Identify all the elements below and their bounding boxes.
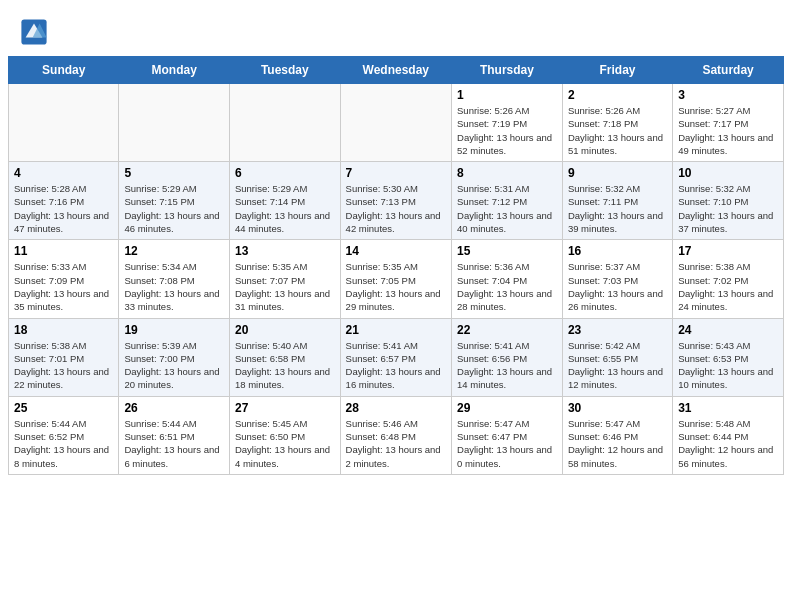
weekday-tuesday: Tuesday xyxy=(229,57,340,84)
day-detail: Sunrise: 5:33 AM Sunset: 7:09 PM Dayligh… xyxy=(14,260,113,313)
day-cell: 9Sunrise: 5:32 AM Sunset: 7:11 PM Daylig… xyxy=(562,162,672,240)
day-detail: Sunrise: 5:42 AM Sunset: 6:55 PM Dayligh… xyxy=(568,339,667,392)
day-cell: 21Sunrise: 5:41 AM Sunset: 6:57 PM Dayli… xyxy=(340,318,451,396)
day-cell: 27Sunrise: 5:45 AM Sunset: 6:50 PM Dayli… xyxy=(229,396,340,474)
day-number: 20 xyxy=(235,323,335,337)
day-number: 5 xyxy=(124,166,224,180)
day-number: 22 xyxy=(457,323,557,337)
day-detail: Sunrise: 5:36 AM Sunset: 7:04 PM Dayligh… xyxy=(457,260,557,313)
day-cell: 24Sunrise: 5:43 AM Sunset: 6:53 PM Dayli… xyxy=(673,318,784,396)
day-cell: 18Sunrise: 5:38 AM Sunset: 7:01 PM Dayli… xyxy=(9,318,119,396)
day-cell: 4Sunrise: 5:28 AM Sunset: 7:16 PM Daylig… xyxy=(9,162,119,240)
day-cell: 29Sunrise: 5:47 AM Sunset: 6:47 PM Dayli… xyxy=(452,396,563,474)
day-detail: Sunrise: 5:29 AM Sunset: 7:14 PM Dayligh… xyxy=(235,182,335,235)
weekday-monday: Monday xyxy=(119,57,230,84)
day-cell: 15Sunrise: 5:36 AM Sunset: 7:04 PM Dayli… xyxy=(452,240,563,318)
day-detail: Sunrise: 5:31 AM Sunset: 7:12 PM Dayligh… xyxy=(457,182,557,235)
day-detail: Sunrise: 5:48 AM Sunset: 6:44 PM Dayligh… xyxy=(678,417,778,470)
day-number: 2 xyxy=(568,88,667,102)
day-cell xyxy=(9,84,119,162)
day-detail: Sunrise: 5:28 AM Sunset: 7:16 PM Dayligh… xyxy=(14,182,113,235)
day-cell: 20Sunrise: 5:40 AM Sunset: 6:58 PM Dayli… xyxy=(229,318,340,396)
day-detail: Sunrise: 5:26 AM Sunset: 7:19 PM Dayligh… xyxy=(457,104,557,157)
day-cell: 10Sunrise: 5:32 AM Sunset: 7:10 PM Dayli… xyxy=(673,162,784,240)
day-number: 3 xyxy=(678,88,778,102)
day-detail: Sunrise: 5:47 AM Sunset: 6:47 PM Dayligh… xyxy=(457,417,557,470)
day-cell: 30Sunrise: 5:47 AM Sunset: 6:46 PM Dayli… xyxy=(562,396,672,474)
day-number: 28 xyxy=(346,401,446,415)
day-detail: Sunrise: 5:46 AM Sunset: 6:48 PM Dayligh… xyxy=(346,417,446,470)
week-row-3: 11Sunrise: 5:33 AM Sunset: 7:09 PM Dayli… xyxy=(9,240,784,318)
day-cell: 12Sunrise: 5:34 AM Sunset: 7:08 PM Dayli… xyxy=(119,240,230,318)
day-detail: Sunrise: 5:29 AM Sunset: 7:15 PM Dayligh… xyxy=(124,182,224,235)
day-cell: 28Sunrise: 5:46 AM Sunset: 6:48 PM Dayli… xyxy=(340,396,451,474)
day-cell: 11Sunrise: 5:33 AM Sunset: 7:09 PM Dayli… xyxy=(9,240,119,318)
day-cell: 16Sunrise: 5:37 AM Sunset: 7:03 PM Dayli… xyxy=(562,240,672,318)
day-number: 19 xyxy=(124,323,224,337)
day-detail: Sunrise: 5:41 AM Sunset: 6:57 PM Dayligh… xyxy=(346,339,446,392)
day-detail: Sunrise: 5:34 AM Sunset: 7:08 PM Dayligh… xyxy=(124,260,224,313)
calendar-body: 1Sunrise: 5:26 AM Sunset: 7:19 PM Daylig… xyxy=(9,84,784,475)
day-detail: Sunrise: 5:37 AM Sunset: 7:03 PM Dayligh… xyxy=(568,260,667,313)
day-cell: 8Sunrise: 5:31 AM Sunset: 7:12 PM Daylig… xyxy=(452,162,563,240)
day-number: 18 xyxy=(14,323,113,337)
day-number: 13 xyxy=(235,244,335,258)
week-row-2: 4Sunrise: 5:28 AM Sunset: 7:16 PM Daylig… xyxy=(9,162,784,240)
day-cell: 22Sunrise: 5:41 AM Sunset: 6:56 PM Dayli… xyxy=(452,318,563,396)
day-detail: Sunrise: 5:35 AM Sunset: 7:05 PM Dayligh… xyxy=(346,260,446,313)
day-cell: 19Sunrise: 5:39 AM Sunset: 7:00 PM Dayli… xyxy=(119,318,230,396)
week-row-5: 25Sunrise: 5:44 AM Sunset: 6:52 PM Dayli… xyxy=(9,396,784,474)
day-cell: 23Sunrise: 5:42 AM Sunset: 6:55 PM Dayli… xyxy=(562,318,672,396)
day-number: 10 xyxy=(678,166,778,180)
day-cell xyxy=(340,84,451,162)
weekday-sunday: Sunday xyxy=(9,57,119,84)
day-detail: Sunrise: 5:47 AM Sunset: 6:46 PM Dayligh… xyxy=(568,417,667,470)
week-row-1: 1Sunrise: 5:26 AM Sunset: 7:19 PM Daylig… xyxy=(9,84,784,162)
calendar-table: SundayMondayTuesdayWednesdayThursdayFrid… xyxy=(8,56,784,475)
day-cell: 7Sunrise: 5:30 AM Sunset: 7:13 PM Daylig… xyxy=(340,162,451,240)
day-number: 15 xyxy=(457,244,557,258)
day-number: 8 xyxy=(457,166,557,180)
day-detail: Sunrise: 5:40 AM Sunset: 6:58 PM Dayligh… xyxy=(235,339,335,392)
week-row-4: 18Sunrise: 5:38 AM Sunset: 7:01 PM Dayli… xyxy=(9,318,784,396)
day-cell: 5Sunrise: 5:29 AM Sunset: 7:15 PM Daylig… xyxy=(119,162,230,240)
day-cell: 17Sunrise: 5:38 AM Sunset: 7:02 PM Dayli… xyxy=(673,240,784,318)
weekday-wednesday: Wednesday xyxy=(340,57,451,84)
page-header xyxy=(0,0,792,56)
weekday-thursday: Thursday xyxy=(452,57,563,84)
day-number: 25 xyxy=(14,401,113,415)
day-detail: Sunrise: 5:45 AM Sunset: 6:50 PM Dayligh… xyxy=(235,417,335,470)
day-number: 30 xyxy=(568,401,667,415)
day-number: 1 xyxy=(457,88,557,102)
day-cell: 14Sunrise: 5:35 AM Sunset: 7:05 PM Dayli… xyxy=(340,240,451,318)
day-number: 14 xyxy=(346,244,446,258)
day-number: 9 xyxy=(568,166,667,180)
day-detail: Sunrise: 5:43 AM Sunset: 6:53 PM Dayligh… xyxy=(678,339,778,392)
day-number: 21 xyxy=(346,323,446,337)
day-cell: 1Sunrise: 5:26 AM Sunset: 7:19 PM Daylig… xyxy=(452,84,563,162)
day-detail: Sunrise: 5:32 AM Sunset: 7:10 PM Dayligh… xyxy=(678,182,778,235)
day-number: 31 xyxy=(678,401,778,415)
day-detail: Sunrise: 5:32 AM Sunset: 7:11 PM Dayligh… xyxy=(568,182,667,235)
day-detail: Sunrise: 5:44 AM Sunset: 6:51 PM Dayligh… xyxy=(124,417,224,470)
day-cell: 3Sunrise: 5:27 AM Sunset: 7:17 PM Daylig… xyxy=(673,84,784,162)
day-cell: 6Sunrise: 5:29 AM Sunset: 7:14 PM Daylig… xyxy=(229,162,340,240)
day-number: 12 xyxy=(124,244,224,258)
calendar-wrapper: SundayMondayTuesdayWednesdayThursdayFrid… xyxy=(0,56,792,485)
day-detail: Sunrise: 5:30 AM Sunset: 7:13 PM Dayligh… xyxy=(346,182,446,235)
day-cell: 26Sunrise: 5:44 AM Sunset: 6:51 PM Dayli… xyxy=(119,396,230,474)
day-detail: Sunrise: 5:39 AM Sunset: 7:00 PM Dayligh… xyxy=(124,339,224,392)
day-number: 24 xyxy=(678,323,778,337)
day-cell xyxy=(229,84,340,162)
day-number: 27 xyxy=(235,401,335,415)
calendar-header: SundayMondayTuesdayWednesdayThursdayFrid… xyxy=(9,57,784,84)
day-cell: 2Sunrise: 5:26 AM Sunset: 7:18 PM Daylig… xyxy=(562,84,672,162)
day-detail: Sunrise: 5:26 AM Sunset: 7:18 PM Dayligh… xyxy=(568,104,667,157)
day-number: 29 xyxy=(457,401,557,415)
day-detail: Sunrise: 5:27 AM Sunset: 7:17 PM Dayligh… xyxy=(678,104,778,157)
logo xyxy=(20,18,52,46)
weekday-header-row: SundayMondayTuesdayWednesdayThursdayFrid… xyxy=(9,57,784,84)
day-number: 17 xyxy=(678,244,778,258)
day-number: 16 xyxy=(568,244,667,258)
day-cell: 31Sunrise: 5:48 AM Sunset: 6:44 PM Dayli… xyxy=(673,396,784,474)
